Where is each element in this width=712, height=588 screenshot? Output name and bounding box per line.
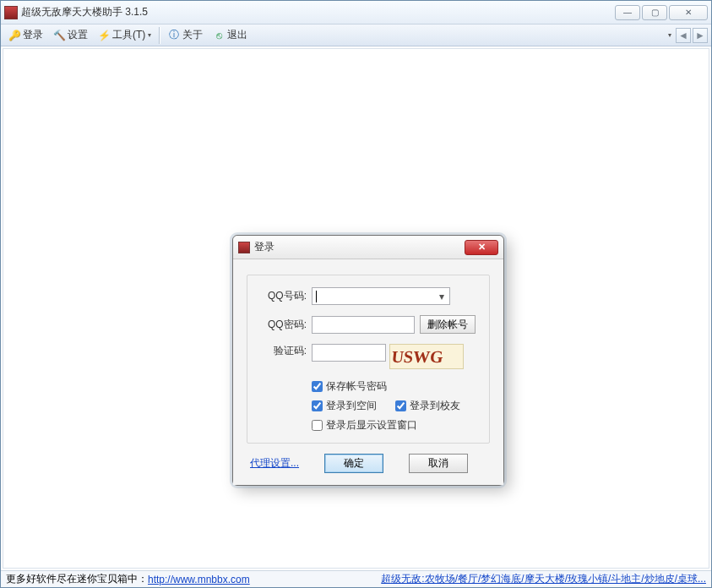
login-qzone-label: 登录到空间 (326, 399, 377, 413)
toolbar-about-label: 关于 (182, 28, 203, 42)
status-left-link[interactable]: http://www.mnbbx.com (148, 574, 250, 585)
toolbar-separator (159, 27, 160, 44)
svg-text:USWG: USWG (391, 347, 444, 366)
status-right-link[interactable]: 超级无敌:农牧场/餐厅/梦幻海底/摩天大楼/玫瑰小镇/斗地主/炒地皮/桌球... (381, 572, 706, 586)
window-title: 超级无敌摩天大楼助手 3.1.5 (21, 5, 615, 19)
dialog-footer: 代理设置... 确定 取消 (247, 454, 490, 473)
content-area: 登录 ✕ QQ号码: ▾ QQ密码: 删除帐号 (3, 48, 709, 569)
show-settings-checkbox[interactable]: 登录后显示设置窗口 (312, 418, 479, 433)
dialog-close-button[interactable]: ✕ (465, 240, 498, 255)
show-settings-label: 登录后显示设置窗口 (326, 418, 417, 433)
password-input[interactable] (312, 316, 415, 334)
login-qzone-check[interactable] (312, 400, 323, 411)
cancel-button[interactable]: 取消 (409, 454, 468, 473)
key-icon: 🔑 (8, 30, 20, 41)
text-cursor (316, 291, 317, 302)
hammer-icon: 🔨 (53, 30, 65, 41)
chevron-down-icon[interactable]: ▾ (435, 290, 448, 303)
chevron-down-icon: ▾ (148, 31, 151, 39)
captcha-image[interactable]: USWG (389, 344, 464, 369)
save-account-checkbox[interactable]: 保存帐号密码 (312, 379, 479, 394)
save-account-check[interactable] (312, 381, 323, 392)
login-xiaoyou-checkbox[interactable]: 登录到校友 (395, 399, 460, 413)
toolbar-tools[interactable]: ⚡ 工具(T) ▾ (94, 26, 155, 44)
save-account-label: 保存帐号密码 (326, 379, 387, 394)
close-button[interactable]: ✕ (669, 5, 708, 20)
toolbar-settings-label: 设置 (68, 28, 88, 42)
pw-label: QQ密码: (258, 318, 307, 332)
toolbar-about[interactable]: ⓘ 关于 (164, 26, 207, 44)
login-xiaoyou-check[interactable] (395, 400, 406, 411)
toolbar: 🔑 登录 🔨 设置 ⚡ 工具(T) ▾ ⓘ 关于 ⎋ 退出 ▾ ◄ ► (1, 24, 711, 46)
qq-row: QQ号码: ▾ (258, 287, 479, 305)
titlebar: 超级无敌摩天大楼助手 3.1.5 — ▢ ✕ (1, 1, 711, 24)
options: 保存帐号密码 登录到空间 登录到校友 (312, 379, 479, 433)
maximize-button[interactable]: ▢ (642, 5, 667, 20)
show-settings-check[interactable] (312, 420, 323, 431)
dialog-body: QQ号码: ▾ QQ密码: 删除帐号 验证码: (233, 259, 503, 485)
exit-icon: ⎋ (213, 30, 225, 41)
login-group: QQ号码: ▾ QQ密码: 删除帐号 验证码: (247, 275, 490, 444)
pw-row: QQ密码: 删除帐号 (258, 315, 479, 334)
proxy-settings-link[interactable]: 代理设置... (250, 456, 299, 471)
dialog-title: 登录 (254, 240, 465, 254)
chevron-down-icon[interactable]: ▾ (666, 31, 674, 39)
captcha-row: 验证码: USWG (258, 344, 479, 369)
dialog-titlebar: 登录 ✕ (233, 236, 503, 259)
window-controls: — ▢ ✕ (615, 5, 708, 20)
status-left-text: 更多好软件尽在迷你宝贝箱中： (6, 572, 148, 586)
captcha-svg: USWG (391, 346, 462, 368)
toolbar-exit-label: 退出 (227, 28, 247, 42)
qq-combo[interactable]: ▾ (312, 287, 450, 305)
toolbar-exit[interactable]: ⎋ 退出 (209, 26, 252, 44)
nav-forward-button[interactable]: ► (693, 28, 708, 43)
toolbar-login-label: 登录 (23, 28, 43, 42)
toolbar-login[interactable]: 🔑 登录 (4, 26, 47, 44)
nav-back-button[interactable]: ◄ (676, 28, 691, 43)
login-dialog: 登录 ✕ QQ号码: ▾ QQ密码: 删除帐号 (232, 235, 504, 486)
toolbar-settings[interactable]: 🔨 设置 (49, 26, 92, 44)
bolt-icon: ⚡ (98, 30, 110, 41)
ok-button[interactable]: 确定 (324, 454, 383, 473)
statusbar: 更多好软件尽在迷你宝贝箱中： http://www.mnbbx.com 超级无敌… (1, 570, 711, 587)
captcha-input[interactable] (312, 344, 386, 362)
toolbar-tools-label: 工具(T) (112, 28, 145, 42)
app-icon (4, 6, 18, 19)
info-icon: ⓘ (168, 30, 180, 41)
main-window: 超级无敌摩天大楼助手 3.1.5 — ▢ ✕ 🔑 登录 🔨 设置 ⚡ 工具(T)… (0, 0, 712, 588)
qq-label: QQ号码: (258, 289, 307, 303)
login-qzone-checkbox[interactable]: 登录到空间 (312, 399, 377, 413)
login-xiaoyou-label: 登录到校友 (410, 399, 460, 413)
minimize-button[interactable]: — (615, 5, 640, 20)
app-icon (238, 242, 250, 253)
captcha-label: 验证码: (258, 344, 307, 358)
delete-account-button[interactable]: 删除帐号 (420, 315, 476, 334)
